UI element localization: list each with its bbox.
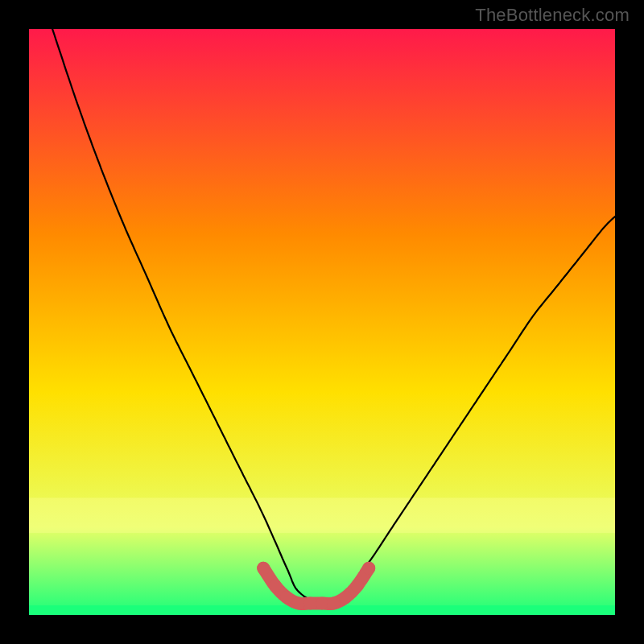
plot-area [29,29,615,615]
optimal-range-dot [362,562,375,575]
optimal-range-dot [280,591,293,604]
optimal-range-dot [269,580,282,592]
optimal-range-dot [292,597,305,609]
watermark-text: TheBottleneck.com [475,5,630,26]
optimal-range-dot [328,597,341,609]
optimal-range-dot [303,597,316,609]
optimal-range-dot [257,562,270,575]
svg-rect-2 [29,497,615,533]
optimal-range-dot [316,597,328,609]
optimal-range-dot [339,591,352,604]
chart-svg [29,29,615,615]
chart-frame: TheBottleneck.com [0,0,644,644]
optimal-range-dot [351,580,364,592]
